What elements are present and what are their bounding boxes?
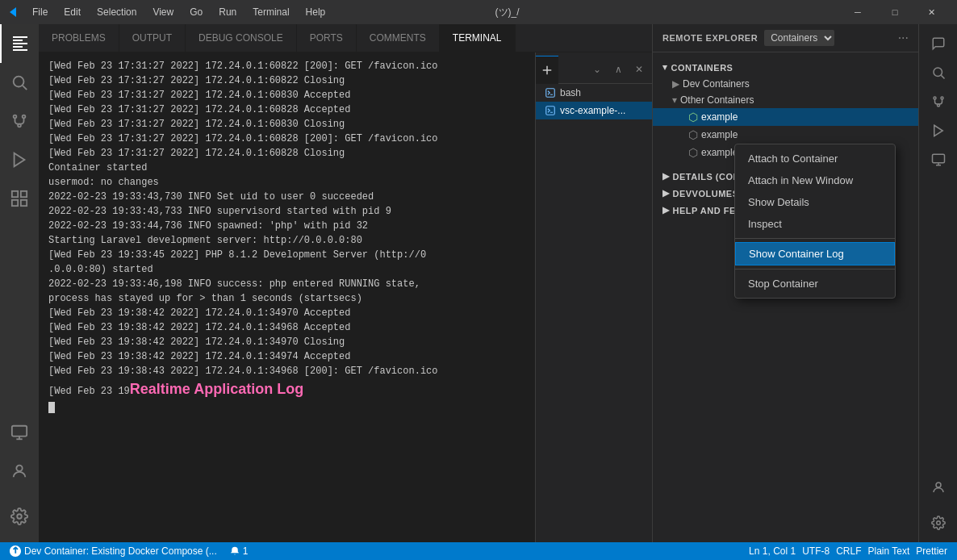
log-line: [Wed Feb 23 17:31:27 2022] 172.24.0.1:60… bbox=[48, 73, 525, 88]
terminal-output[interactable]: [Wed Feb 23 17:31:27 2022] 172.24.0.1:60… bbox=[39, 52, 535, 542]
dev-containers-group[interactable]: ▶ Dev Containers bbox=[653, 76, 918, 92]
status-bell[interactable]: 1 bbox=[227, 542, 252, 560]
chevron-right-icon: ▶ bbox=[662, 205, 670, 215]
menu-help[interactable]: Help bbox=[299, 5, 332, 19]
terminal-instances-list: ⌄ ∧ ✕ bash vsc-example-... bbox=[535, 52, 652, 542]
context-attach-container[interactable]: Attach to Container bbox=[735, 148, 895, 169]
log-line: [Wed Feb 23 19:33:45 2022] PHP 8.1.2 Dev… bbox=[48, 248, 525, 277]
status-bell-count: 1 bbox=[243, 545, 249, 557]
container-example-1[interactable]: ⬡ example bbox=[653, 108, 918, 126]
context-inspect[interactable]: Inspect bbox=[735, 213, 895, 235]
terminal-label: vsc-example-... bbox=[560, 105, 625, 116]
status-encoding[interactable]: UTF-8 bbox=[799, 545, 833, 557]
log-line: [Wed Feb 23 17:31:27 2022] 172.24.0.1:60… bbox=[48, 117, 525, 132]
status-language[interactable]: Plain Text bbox=[865, 545, 913, 557]
terminal-content: [Wed Feb 23 17:31:27 2022] 172.24.0.1:60… bbox=[39, 52, 652, 542]
right-icon-search[interactable] bbox=[926, 60, 951, 86]
container-name: example bbox=[701, 129, 738, 140]
activity-extensions[interactable] bbox=[0, 179, 39, 218]
context-attach-new-window[interactable]: Attach in New Window bbox=[735, 169, 895, 191]
devvolumes-label: DEVVOLUMES bbox=[673, 189, 739, 199]
log-line: Starting Laravel development server: htt… bbox=[48, 233, 525, 248]
status-eol[interactable]: CRLF bbox=[833, 545, 864, 557]
log-line: [Wed Feb 23 19:38:42 2022] 172.24.0.1:34… bbox=[48, 349, 525, 364]
remote-explorer-header: REMOTE EXPLORER Containers ··· bbox=[653, 24, 918, 52]
close-panel-button[interactable]: ✕ bbox=[629, 60, 649, 79]
right-icon-chat[interactable] bbox=[926, 31, 951, 56]
right-icon-settings[interactable] bbox=[926, 510, 951, 536]
container-status-icon: ⬡ bbox=[688, 146, 698, 159]
tab-debug-console[interactable]: DEBUG CONSOLE bbox=[186, 24, 297, 52]
chevron-down-icon: ▾ bbox=[662, 62, 668, 73]
svg-rect-10 bbox=[12, 426, 27, 437]
containers-section[interactable]: ▾ CONTAINERS bbox=[653, 59, 918, 76]
cursor-line bbox=[48, 400, 525, 415]
status-remote[interactable]: Dev Container: Existing Docker Compose (… bbox=[6, 542, 220, 560]
context-show-details[interactable]: Show Details bbox=[735, 191, 895, 213]
right-icon-run[interactable] bbox=[926, 118, 951, 144]
right-icon-remote[interactable] bbox=[926, 147, 951, 173]
container-example-2[interactable]: ⬡ example bbox=[653, 126, 918, 144]
tab-comments[interactable]: COMMENTS bbox=[357, 24, 440, 52]
menu-selection[interactable]: Selection bbox=[90, 5, 143, 19]
remote-explorer-panel: REMOTE EXPLORER Containers ··· ▾ CONTAIN… bbox=[652, 24, 918, 542]
menu-view[interactable]: View bbox=[146, 5, 180, 19]
menu-go[interactable]: Go bbox=[183, 5, 209, 19]
activity-run[interactable] bbox=[0, 140, 39, 179]
svg-point-2 bbox=[14, 115, 17, 119]
remote-explorer-title: REMOTE EXPLORER bbox=[662, 33, 758, 43]
activity-settings[interactable] bbox=[0, 497, 39, 536]
minimize-button[interactable]: ─ bbox=[839, 0, 876, 24]
menu-separator bbox=[735, 238, 895, 239]
log-line: [Wed Feb 23 17:31:27 2022] 172.24.0.1:60… bbox=[48, 59, 525, 73]
log-line: [Wed Feb 23 19:38:43 2022] 172.24.0.1:34… bbox=[48, 364, 525, 378]
split-terminal-button[interactable]: ⌄ bbox=[587, 60, 607, 79]
menu-edit[interactable]: Edit bbox=[57, 5, 87, 19]
right-icon-account[interactable] bbox=[926, 474, 951, 500]
activity-source-control[interactable] bbox=[0, 102, 39, 140]
status-ln-col[interactable]: Ln 1, Col 1 bbox=[746, 545, 799, 557]
log-line: [Wed Feb 23 17:31:27 2022] 172.24.0.1:60… bbox=[48, 132, 525, 146]
log-line: [Wed Feb 23 17:31:27 2022] 172.24.0.1:60… bbox=[48, 102, 525, 117]
maximize-button[interactable]: □ bbox=[876, 0, 913, 24]
container-status-icon: ⬡ bbox=[688, 111, 698, 123]
terminal-instance-bash[interactable]: bash bbox=[536, 84, 652, 102]
new-terminal-button[interactable] bbox=[536, 56, 558, 84]
menu-terminal[interactable]: Terminal bbox=[246, 5, 295, 19]
window-controls: ─ □ ✕ bbox=[839, 0, 951, 24]
log-line: Container started bbox=[48, 161, 525, 175]
activity-remote[interactable] bbox=[0, 413, 39, 452]
menu-bar: File Edit Selection View Go Run Terminal… bbox=[26, 5, 332, 19]
tab-terminal[interactable]: TERMINAL bbox=[440, 24, 516, 52]
activity-explorer[interactable] bbox=[0, 24, 39, 63]
context-stop-container[interactable]: Stop Container bbox=[735, 273, 895, 295]
terminal-instance-vsc[interactable]: vsc-example-... bbox=[536, 102, 652, 119]
tab-ports[interactable]: PORTS bbox=[297, 24, 357, 52]
right-icon-branch[interactable] bbox=[926, 89, 951, 115]
log-line: 2022-02-23 19:33:43,733 INFO supervisord… bbox=[48, 204, 525, 219]
activity-search[interactable] bbox=[0, 63, 39, 102]
editor-area: PROBLEMS OUTPUT DEBUG CONSOLE PORTS COMM… bbox=[39, 24, 652, 542]
maximize-panel-button[interactable]: ∧ bbox=[608, 60, 628, 79]
menu-file[interactable]: File bbox=[26, 5, 54, 19]
activity-account[interactable] bbox=[0, 452, 39, 491]
menu-separator-2 bbox=[735, 269, 895, 270]
tab-output[interactable]: OUTPUT bbox=[119, 24, 186, 52]
menu-run[interactable]: Run bbox=[212, 5, 243, 19]
app-icon bbox=[6, 6, 19, 19]
status-remote-label: Dev Container: Existing Docker Compose (… bbox=[24, 545, 217, 557]
other-containers-group[interactable]: ▾ Other Containers bbox=[653, 92, 918, 108]
close-button[interactable]: ✕ bbox=[913, 0, 951, 24]
chevron-down-icon: ▾ bbox=[672, 94, 677, 106]
more-options-button[interactable]: ··· bbox=[898, 31, 909, 45]
remote-explorer-dropdown[interactable]: Containers bbox=[764, 30, 834, 46]
svg-rect-9 bbox=[21, 200, 27, 206]
svg-point-13 bbox=[16, 466, 22, 471]
tab-problems[interactable]: PROBLEMS bbox=[39, 24, 119, 52]
containers-label: CONTAINERS bbox=[671, 63, 733, 73]
status-formatter[interactable]: Prettier bbox=[913, 545, 951, 557]
context-menu: Attach to Container Attach in New Window… bbox=[734, 144, 896, 299]
terminal-panel: [Wed Feb 23 17:31:27 2022] 172.24.0.1:60… bbox=[39, 52, 652, 542]
status-bar: Dev Container: Existing Docker Compose (… bbox=[0, 542, 957, 560]
context-show-container-log[interactable]: Show Container Log bbox=[735, 242, 895, 265]
